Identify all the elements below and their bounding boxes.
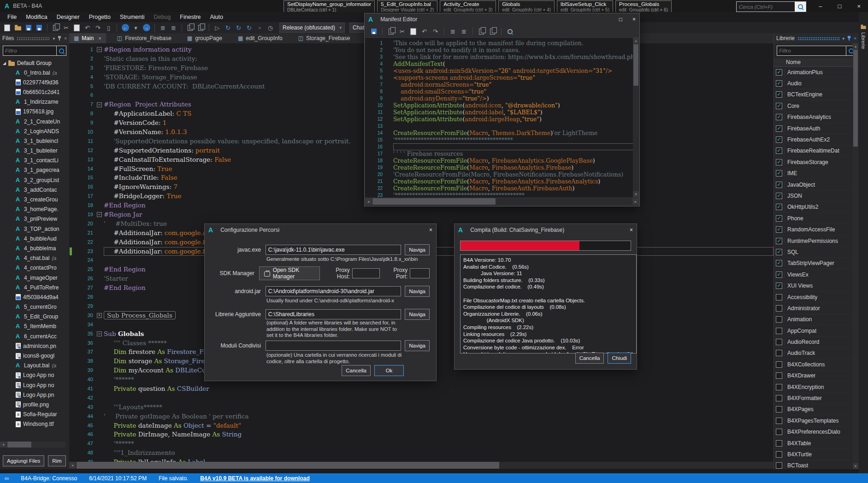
quick-tab-6[interactable]: Process_Globalsedit_GroupInfo (ctrl + 6) [615,0,672,13]
search-icon[interactable] [506,27,514,35]
scrollbar-thumb[interactable] [77,462,499,469]
maximize-button[interactable]: □ [838,3,842,10]
libraries-filter-box[interactable] [777,46,856,56]
search-icon[interactable] [795,2,806,12]
modules-browse-button[interactable]: Naviga [405,340,430,351]
library-checkbox[interactable] [776,193,782,199]
file-item[interactable]: A5_currentGro [0,302,69,312]
menu-strumenti[interactable]: Strumenti [115,14,149,20]
library-checkbox[interactable] [776,249,782,255]
library-row[interactable]: B4XPages [774,404,859,415]
panel-grip[interactable] [797,37,839,40]
file-item[interactable]: A5_Edit_Group [0,312,69,322]
library-row[interactable]: BCToast [774,460,859,469]
code-line[interactable]: 5<uses-sdk android:minSdkVersion="26" an… [365,67,639,74]
file-item[interactable]: A3_1_bubleincl [0,136,69,146]
code-line[interactable]: 15'*************************************… [365,136,639,143]
library-row[interactable]: B4XPagesTemplates [774,415,859,426]
paste-icon[interactable] [409,27,418,35]
library-checkbox[interactable] [776,260,782,266]
fold-toggle-icon[interactable]: − [97,100,104,109]
redo-icon[interactable]: ↷ [431,27,440,35]
close-panel-icon[interactable]: × [854,36,856,41]
new-file-icon[interactable] [3,24,12,32]
library-checkbox[interactable] [776,294,782,300]
menu-file[interactable]: File [3,14,21,20]
code-line[interactable]: 2'You do not need to modify it in most c… [365,47,639,53]
close-build-button[interactable]: Chiudi [608,353,631,364]
tab-storage_firebase[interactable]: ◫Storage_Firebase [294,33,355,43]
library-checkbox[interactable] [776,170,782,177]
code-line[interactable]: 43 '''Layouts****** [69,403,774,412]
library-checkbox[interactable] [776,215,782,222]
files-filter-input[interactable] [3,46,56,55]
library-row[interactable]: B4XDrawer [774,371,859,382]
build-configuration-select[interactable]: Release (obfuscated)▾ [279,23,345,33]
comment-icon[interactable]: ≣ [159,24,167,32]
library-checkbox[interactable] [776,339,782,345]
file-item[interactable]: A3_2_groupList [0,175,69,185]
swap-left-icon[interactable] [477,27,486,35]
file-item[interactable]: aWindsong.ttf [0,419,69,429]
code-line[interactable]: 12SetApplicationAttribute(android:largeH… [365,116,639,123]
remove-file-button[interactable]: Rim [48,455,65,466]
chevron-down-icon[interactable]: ▾ [842,36,844,41]
file-item[interactable]: A3_1_bubleiter [0,146,69,156]
library-checkbox[interactable] [776,418,782,424]
list-format-icon[interactable]: ≣ [449,27,457,35]
file-item[interactable]: A3_TOP_action [0,224,69,234]
manifest-title-bar[interactable]: A Manifest Editor □ × [365,13,639,25]
cut-icon[interactable]: ✂ [398,27,407,35]
code-line[interactable]: 42 [69,394,774,403]
cancel-button[interactable]: Cancella [342,365,371,376]
library-checkbox[interactable] [776,328,782,334]
build-dialog-title-bar[interactable]: A Compila (Build: ChatSaving_Firebase) × [455,224,637,236]
library-row[interactable]: OkHttpUtils2 [774,202,859,213]
menu-modifica[interactable]: Modifica [21,14,52,20]
open-project-icon[interactable] [13,24,22,32]
library-row[interactable]: FirebaseAuth [774,123,859,134]
libraries-panel-header[interactable]: Librerie ▾ × [774,33,859,43]
code-line[interactable]: 47 '****** [69,439,774,448]
file-item[interactable]: A4_bubbleIma [0,243,69,253]
library-checkbox[interactable] [776,283,782,289]
editor-horizontal-scrollbar[interactable]: ◂ [69,462,774,469]
close-button[interactable]: × [857,3,861,10]
paths-dialog-title-bar[interactable]: A Configurazione Percorsi × [205,224,436,236]
bridge-sync-icon[interactable]: ↻ [245,24,254,32]
code-line[interactable]: 3'See this link for for more information… [365,53,639,60]
additional-libraries-input[interactable]: C:\SharedLibraries [266,309,401,319]
fold-toggle-icon[interactable]: + [97,311,104,320]
navigate-back-icon[interactable]: ← [121,24,130,32]
library-checkbox[interactable] [776,103,782,109]
file-item[interactable]: aSofia-Regular [0,410,69,419]
file-item[interactable]: A4_contactPro [0,263,69,273]
library-row[interactable]: Accessibility [774,292,859,303]
library-checkbox[interactable] [776,80,782,87]
scroll-left-icon[interactable]: ◂ [365,198,372,205]
file-item[interactable]: A3_createGrou [0,194,69,204]
file-item[interactable]: Logo App.pn [0,390,69,400]
proxy-host-input[interactable] [352,268,380,278]
library-row[interactable]: Audio [774,78,859,89]
menu-finestre[interactable]: Finestre [175,14,205,20]
pin-icon[interactable] [58,36,61,41]
library-checkbox[interactable] [776,114,782,120]
library-row[interactable]: FirebaseAnalytics [774,112,859,123]
expand-arrow-icon[interactable]: ◢ [3,61,6,65]
code-line[interactable]: 20'CreateResourceFromFile(Macro, Firebas… [365,171,639,178]
code-line[interactable]: 17' ' ' ' Firebase resources [365,150,639,157]
manifest-vertical-scrollbar[interactable]: ▴ ▾ [633,38,639,197]
quick-tab-3[interactable]: Activity_Createedit_GroupInfo (ctrl + 3) [440,0,496,13]
code-line[interactable]: 45 Private dateImage As Object = "defaul… [69,421,774,430]
scrollbar-thumb[interactable] [7,442,31,448]
pin-icon[interactable] [847,36,851,41]
manifest-horizontal-scrollbar[interactable]: ◂ ▸ [365,198,639,205]
libraries-column-header[interactable]: Nome [774,58,859,67]
library-row[interactable]: FirebaseAuthEx2 [774,134,859,145]
scrollbar-thumb[interactable] [633,44,638,86]
library-row[interactable]: ViewsEx [774,269,859,280]
shared-modules-input[interactable] [266,341,401,351]
javac-path-input[interactable]: C:\java\jdk-11.0.1\bin\javac.exe [266,245,401,255]
update-available-link[interactable]: B4A v10.9 BETA is available for download [200,475,310,482]
